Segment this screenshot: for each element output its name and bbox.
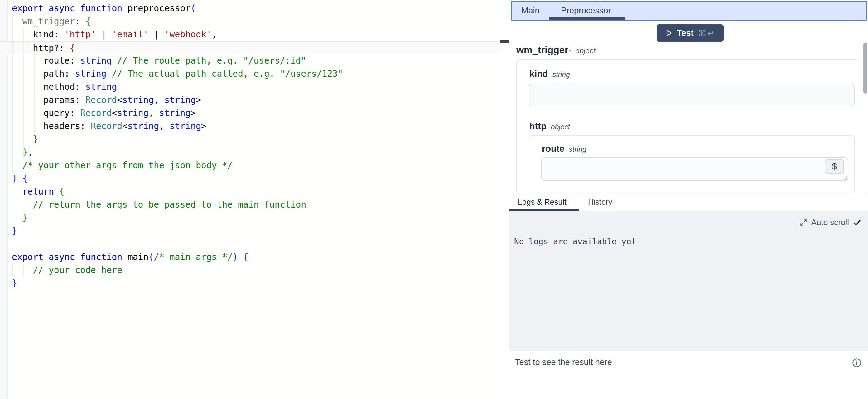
code-line: export async function main(/* main args …: [0, 251, 499, 264]
field-wm-trigger: wm_trigger* object: [516, 44, 595, 56]
wm-trigger-group: kind string http object route string $: [516, 59, 860, 192]
test-panel: Main Preprocessor Test ⌘↵ wm_trigger* ob…: [509, 0, 868, 399]
no-logs-message: No logs are available yet: [514, 237, 636, 246]
code-line: export async function preprocessor(: [0, 2, 499, 15]
editor-cursor-overview-marker: [500, 40, 509, 43]
result-area: Test to see the result here: [509, 351, 868, 399]
code-line: query: Record<string, string>: [0, 106, 499, 120]
required-marker: *: [569, 49, 571, 55]
field-type: string: [553, 70, 570, 79]
code-line: headers: Record<string, string>: [0, 120, 499, 133]
field-name: http: [529, 121, 547, 131]
expand-icon[interactable]: [799, 218, 807, 226]
indent-guide: [23, 264, 24, 277]
code-line: /* your other args from the json body */: [0, 159, 499, 172]
code-editor[interactable]: export async function preprocessor( wm_t…: [0, 0, 499, 399]
code-line: path: string // The actual path called, …: [0, 67, 499, 81]
field-http: http object: [529, 121, 570, 131]
field-type: object: [551, 123, 570, 131]
code-lines: export async function preprocessor( wm_t…: [0, 2, 499, 290]
tab-main[interactable]: Main: [521, 2, 540, 20]
indent-guide: [12, 15, 13, 172]
result-placeholder: Test to see the result here: [515, 358, 612, 367]
tab-preprocessor[interactable]: Preprocessor: [561, 2, 611, 20]
code-line: params: Record<string, string>: [0, 94, 499, 106]
check-icon: [853, 218, 862, 227]
code-line: }: [0, 277, 499, 290]
field-name: wm_trigger: [516, 44, 568, 56]
script-editor-page: export async function preprocessor( wm_t…: [0, 0, 868, 399]
code-line: kind: 'http' | 'email' | 'webhook',: [0, 28, 499, 41]
logs-section: Logs & Result History Auto scroll: [509, 193, 868, 399]
field-name: kind: [529, 69, 548, 79]
indent-guide: [12, 264, 13, 277]
code-line: http?: {: [0, 41, 499, 54]
code-line: // your code here: [0, 264, 499, 277]
route-input[interactable]: [541, 157, 848, 181]
logs-tab-bar: Logs & Result History: [509, 193, 868, 211]
code-line: ) {: [0, 172, 499, 185]
form-scrollbar-thumb[interactable]: [863, 43, 867, 94]
code-line: }: [0, 224, 499, 238]
auto-scroll-label: Auto scroll: [811, 218, 849, 227]
field-route: route string: [542, 144, 586, 154]
insert-variable-button[interactable]: $: [825, 159, 844, 174]
schema-form: wm_trigger* object kind string http obje…: [509, 41, 868, 192]
code-line: wm_trigger: {: [0, 15, 499, 28]
kind-input[interactable]: [529, 84, 855, 106]
indent-guide: [34, 54, 35, 133]
tab-history[interactable]: History: [588, 193, 612, 211]
auto-scroll-toggle[interactable]: Auto scroll: [799, 218, 862, 227]
code-line: }: [0, 211, 499, 224]
field-name: route: [542, 144, 565, 154]
test-button[interactable]: Test ⌘↵: [657, 24, 724, 42]
code-line: return {: [0, 185, 499, 198]
code-line: [0, 238, 499, 251]
code-line: method: string: [0, 81, 499, 94]
resize-handle-icon[interactable]: [842, 175, 848, 181]
field-type: object: [575, 47, 595, 55]
field-type: string: [569, 145, 586, 154]
http-group: route string $ path: [529, 135, 855, 192]
test-button-label: Test: [677, 28, 694, 38]
tab-active-underline: [549, 18, 625, 20]
test-shortcut: ⌘↵: [698, 28, 715, 38]
tab-logs-result[interactable]: Logs & Result: [518, 193, 566, 211]
code-line: // return the args to be passed to the m…: [0, 198, 499, 211]
code-line: },: [0, 146, 499, 159]
function-tab-bar: Main Preprocessor: [511, 1, 867, 21]
editor-scrollbar-track[interactable]: [499, 0, 509, 399]
code-line: route: string // The route path, e.g. "/…: [0, 54, 499, 67]
indent-guide: [23, 28, 24, 159]
code-line: }: [0, 133, 499, 146]
info-icon[interactable]: [852, 358, 862, 368]
logs-output: Auto scroll No logs are available yet: [509, 211, 868, 351]
play-icon: [665, 29, 673, 37]
field-kind: kind string: [529, 69, 570, 79]
